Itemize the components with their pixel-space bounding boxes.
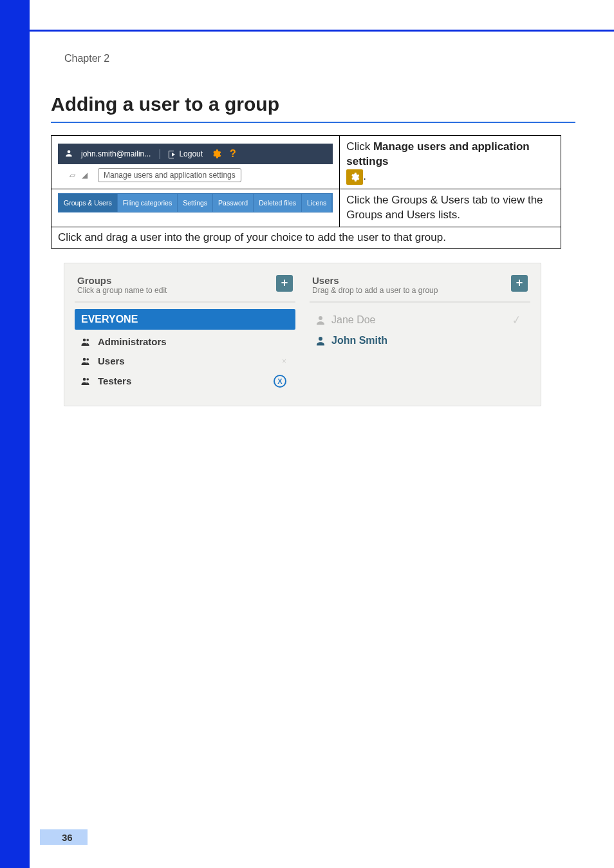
group-label: Users xyxy=(98,355,125,366)
svg-point-3 xyxy=(83,358,86,361)
group-label: Administrators xyxy=(98,336,167,347)
tab-settings[interactable]: Settings xyxy=(178,194,213,212)
people-icon xyxy=(80,375,93,387)
svg-point-1 xyxy=(83,339,86,342)
group-users[interactable]: Users × xyxy=(75,352,295,371)
left-blue-band xyxy=(0,0,30,868)
step1-text-prefix: Click xyxy=(346,140,373,153)
svg-point-6 xyxy=(86,378,89,381)
divider: | xyxy=(158,148,161,160)
users-subtitle: Drag & drop to add a user to a group xyxy=(312,286,438,295)
delete-group-icon[interactable]: X xyxy=(274,375,286,388)
heading-block: Adding a user to a group xyxy=(51,93,575,123)
add-group-button[interactable]: + xyxy=(276,275,293,292)
page-number-text: 36 xyxy=(62,832,73,843)
user-email-text: john.smith@mailin... xyxy=(81,149,151,158)
group-label: Testers xyxy=(98,375,131,386)
screenshot-tabs-cell: Groups & Users Filing categories Setting… xyxy=(51,189,340,227)
page-number: 36 xyxy=(40,829,73,845)
users-panel: Users Drag & drop to add a user to a gro… xyxy=(310,271,530,392)
small-shapes: ▱◢ xyxy=(70,171,88,180)
page-title: Adding a user to a group xyxy=(51,93,575,115)
svg-point-4 xyxy=(86,358,89,361)
group-testers[interactable]: Testers X xyxy=(75,371,295,392)
plus-icon: + xyxy=(281,276,288,290)
step1-text-bold: Manage users and application settings xyxy=(346,140,529,167)
svg-point-0 xyxy=(68,150,71,153)
tab-password[interactable]: Password xyxy=(213,194,254,212)
steps-table: john.smith@mailin... | Logout ? xyxy=(51,135,561,249)
tab-groups-users[interactable]: Groups & Users xyxy=(59,194,118,212)
table-row: Groups & Users Filing categories Setting… xyxy=(51,189,561,227)
groups-users-panel-screenshot: Groups Click a group name to edit + EVER… xyxy=(64,263,541,406)
svg-point-2 xyxy=(86,339,89,341)
gear-icon[interactable] xyxy=(210,148,222,160)
logout-label: Logout xyxy=(179,149,203,158)
add-user-button[interactable]: + xyxy=(511,275,528,292)
tab-filing-categories[interactable]: Filing categories xyxy=(118,194,178,212)
group-administrators[interactable]: Administrators xyxy=(75,332,295,352)
user-icon xyxy=(315,335,326,346)
svg-point-5 xyxy=(83,378,86,381)
users-panel-header: Users Drag & drop to add a user to a gro… xyxy=(310,271,530,303)
table-row: Click and drag a user into the group of … xyxy=(51,227,561,248)
admin-tabs-screenshot: Groups & Users Filing categories Setting… xyxy=(58,193,333,212)
title-underline xyxy=(51,122,575,123)
main-content: john.smith@mailin... | Logout ? xyxy=(51,135,561,406)
step3-text-cell: Click and drag a user into the group of … xyxy=(51,227,561,248)
users-title: Users xyxy=(312,275,438,286)
tooltip-row: ▱◢ Manage users and application settings xyxy=(58,168,333,182)
help-icon[interactable]: ? xyxy=(230,148,236,160)
app-topbar-screenshot: john.smith@mailin... | Logout ? xyxy=(58,144,333,164)
tab-deleted-files[interactable]: Deleted files xyxy=(254,194,302,212)
remove-icon[interactable]: × xyxy=(282,357,286,366)
users-list: Jane Doe ✓ John Smith xyxy=(310,303,530,350)
group-everyone[interactable]: EVERYONE xyxy=(75,309,295,330)
people-icon xyxy=(80,336,93,348)
people-icon xyxy=(80,355,93,367)
user-icon xyxy=(315,314,326,326)
step1-text-suffix: . xyxy=(363,170,366,182)
groups-titleblock: Groups Click a group name to edit xyxy=(77,275,167,295)
top-blue-rule xyxy=(30,30,614,32)
users-titleblock: Users Drag & drop to add a user to a gro… xyxy=(312,275,438,295)
step2-text-cell: Click the Groups & Users tab to view the… xyxy=(340,189,561,227)
user-john-smith[interactable]: John Smith xyxy=(310,331,530,350)
logout-button[interactable]: Logout xyxy=(169,149,203,158)
table-row: john.smith@mailin... | Logout ? xyxy=(51,136,561,189)
groups-panel: Groups Click a group name to edit + EVER… xyxy=(75,271,295,392)
document-page: Chapter 2 Adding a user to a group john.… xyxy=(0,0,614,868)
step1-text-cell: Click Manage users and application setti… xyxy=(340,136,561,189)
svg-point-8 xyxy=(319,337,322,341)
groups-panel-header: Groups Click a group name to edit + xyxy=(75,271,295,303)
groups-subtitle: Click a group name to edit xyxy=(77,286,167,295)
logout-icon xyxy=(169,150,176,158)
user-jane-doe[interactable]: Jane Doe ✓ xyxy=(310,309,530,331)
user-name: Jane Doe xyxy=(331,314,376,326)
check-icon: ✓ xyxy=(511,312,523,328)
gear-chip-icon xyxy=(346,169,363,185)
chapter-label: Chapter 2 xyxy=(64,53,109,64)
panels-row: Groups Click a group name to edit + EVER… xyxy=(64,263,541,406)
user-name: John Smith xyxy=(331,335,387,346)
groups-list: EVERYONE Administrators Users xyxy=(75,303,295,392)
user-icon xyxy=(64,149,73,160)
plus-icon: + xyxy=(516,276,523,290)
screenshot-topbar-cell: john.smith@mailin... | Logout ? xyxy=(51,136,340,189)
svg-point-7 xyxy=(319,316,322,320)
groups-title: Groups xyxy=(77,275,167,286)
settings-tooltip: Manage users and application settings xyxy=(98,168,241,182)
tab-license[interactable]: Licens xyxy=(302,194,332,212)
